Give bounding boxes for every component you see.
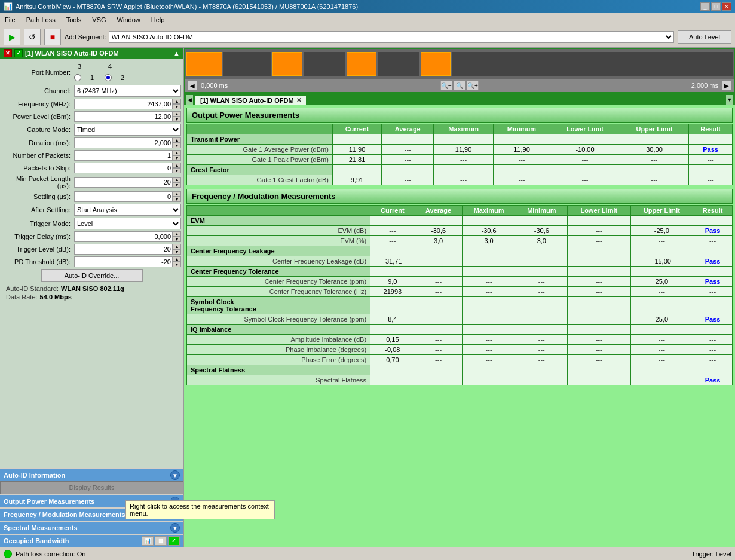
occupied-bw-section[interactable]: Occupied Bandwidth 📊 ▦ ✓ — [0, 535, 183, 547]
window-controls: _ □ ✕ — [700, 2, 731, 11]
tab-scroll-right[interactable]: ▼ — [725, 94, 734, 105]
close-button[interactable]: ✕ — [722, 2, 731, 11]
trigger-level-input[interactable] — [74, 244, 173, 255]
maximize-button[interactable]: □ — [711, 2, 721, 11]
occ-icon-chart[interactable]: 📊 — [142, 536, 154, 546]
spectral-section[interactable]: Spectral Measurements ▼ — [0, 522, 183, 534]
display-results-button[interactable]: Display Results — [0, 481, 183, 494]
settling-down[interactable]: ▼ — [173, 197, 181, 202]
auto-id-standard-value: WLAN SISO 802.11g — [61, 285, 124, 292]
cft-ppm-upper: 25,0 — [630, 277, 693, 287]
duration-up[interactable]: ▲ — [173, 137, 181, 143]
auto-id-info-section[interactable]: Auto-ID Information ▼ — [0, 469, 183, 481]
tab-scroll-left[interactable]: ◀ — [185, 94, 194, 105]
config-check-icon[interactable]: ✓ — [14, 49, 23, 57]
port-number-row: Port Number: 3 4 1 2 — [2, 61, 181, 83]
power-level-input[interactable] — [74, 111, 173, 122]
trigger-delay-input[interactable] — [74, 231, 173, 242]
zoom-out-button[interactable]: 🔍− — [440, 81, 452, 90]
col2-lower-limit: Lower Limit — [568, 206, 630, 216]
menu-tools[interactable]: Tools — [64, 16, 84, 24]
trigger-level-row: Trigger Level (dB): ▲ ▼ — [2, 244, 181, 255]
frequency-up[interactable]: ▲ — [173, 99, 181, 104]
settling-input[interactable] — [74, 191, 173, 202]
menu-file[interactable]: File — [2, 16, 18, 24]
duration-input[interactable] — [74, 137, 173, 148]
channel-label: Channel: — [2, 87, 74, 94]
gate1-avg-current: 11,90 — [332, 145, 381, 155]
trigger-level-down[interactable]: ▼ — [173, 249, 181, 255]
power-down[interactable]: ▼ — [173, 117, 181, 122]
output-power-header: Output Power Measurements — [186, 108, 733, 123]
cft-hz-label: Center Frequency Tolerance (Hz) — [187, 287, 370, 297]
timeline-area: ◀ 0,000 ms 🔍− 🔍 🔍+ 2,000 ms ▶ — [184, 48, 735, 93]
config-expand-icon[interactable]: ▲ — [173, 50, 180, 57]
gate1-avg-upper: 30,00 — [620, 145, 689, 155]
channel-select[interactable]: 6 (2437 MHz) — [74, 85, 181, 97]
port-2-radio[interactable] — [105, 74, 112, 81]
phase-err-maximum: --- — [462, 355, 516, 365]
packets-skip-down[interactable]: ▼ — [173, 168, 181, 173]
capture-mode-select[interactable]: Timed — [74, 124, 181, 136]
nav-next-button[interactable]: ▶ — [722, 81, 731, 90]
menu-vsg[interactable]: VSG — [90, 16, 108, 24]
replay-button[interactable]: ↺ — [24, 29, 41, 45]
scft-ppm-result: Pass — [693, 314, 733, 325]
power-up[interactable]: ▲ — [173, 111, 181, 117]
packets-skip-up[interactable]: ▲ — [173, 163, 181, 168]
auto-level-button[interactable]: Auto Level — [678, 30, 731, 44]
after-settling-select[interactable]: Start Analysis — [74, 204, 181, 216]
trigger-level-up[interactable]: ▲ — [173, 244, 181, 249]
min-packet-input[interactable] — [74, 177, 173, 188]
zoom-in-button[interactable]: 🔍+ — [467, 81, 479, 90]
num-packets-down[interactable]: ▼ — [173, 155, 181, 161]
trigger-delay-spinner: ▲ ▼ — [173, 231, 181, 242]
amp-lower: --- — [568, 335, 630, 345]
spectral-expand-icon[interactable]: ▼ — [170, 523, 180, 533]
amp-label: Amplitude Imbalance (dB) — [187, 335, 370, 345]
min-packet-down[interactable]: ▼ — [173, 182, 181, 188]
minimize-button[interactable]: _ — [700, 2, 710, 11]
pd-threshold-down[interactable]: ▼ — [173, 262, 181, 267]
table-row: EVM — [187, 216, 733, 226]
capture-mode-label: Capture Mode: — [2, 126, 74, 133]
pd-threshold-input[interactable] — [74, 256, 173, 267]
occ-icon-check[interactable]: ✓ — [168, 536, 180, 546]
zoom-fit-button[interactable]: 🔍 — [454, 81, 466, 90]
transmit-power-label: Transmit Power — [187, 134, 333, 145]
play-button[interactable]: ▶ — [4, 29, 20, 45]
amp-current: 0,15 — [370, 335, 415, 345]
num-packets-up[interactable]: ▲ — [173, 150, 181, 155]
config-close-icon[interactable]: ✕ — [4, 49, 12, 57]
pd-threshold-up[interactable]: ▲ — [173, 256, 181, 262]
timeline-visual — [185, 49, 734, 79]
trigger-mode-select[interactable]: Level — [74, 218, 181, 229]
min-packet-label: Min Packet Length (µs): — [2, 175, 74, 189]
frequency-down[interactable]: ▼ — [173, 104, 181, 109]
settling-up[interactable]: ▲ — [173, 191, 181, 197]
menu-path-loss[interactable]: Path Loss — [24, 16, 58, 24]
tab-close-icon[interactable]: ✕ — [296, 97, 301, 103]
min-packet-up[interactable]: ▲ — [173, 177, 181, 182]
packets-skip-input[interactable] — [74, 163, 173, 173]
port-1-radio[interactable] — [74, 74, 81, 81]
stop-button[interactable]: ■ — [44, 29, 61, 45]
trigger-delay-down[interactable]: ▼ — [173, 237, 181, 242]
auto-id-override-button[interactable]: Auto-ID Override... — [41, 269, 143, 282]
timeline-nav-right: 2,000 ms ▶ — [689, 81, 731, 90]
cft-ppm-lower: --- — [568, 277, 630, 287]
segment-select[interactable]: WLAN SISO Auto-ID OFDM — [109, 31, 674, 43]
gate1-avg-minimum: 11,90 — [493, 145, 550, 155]
menu-help[interactable]: Help — [149, 16, 167, 24]
auto-id-info-expand-icon[interactable]: ▼ — [170, 470, 180, 480]
nav-prev-button[interactable]: ◀ — [188, 81, 197, 90]
trigger-delay-up[interactable]: ▲ — [173, 231, 181, 237]
tab-wlan-siso[interactable]: [1] WLAN SISO Auto-ID OFDM ✕ — [195, 95, 307, 105]
occ-icon-table[interactable]: ▦ — [155, 536, 167, 546]
col2-maximum: Maximum — [462, 206, 516, 216]
duration-down[interactable]: ▼ — [173, 143, 181, 148]
menu-window[interactable]: Window — [115, 16, 143, 24]
results-area[interactable]: Output Power Measurements Current Averag… — [184, 105, 735, 547]
num-packets-input[interactable] — [74, 150, 173, 161]
frequency-input[interactable] — [74, 99, 173, 109]
